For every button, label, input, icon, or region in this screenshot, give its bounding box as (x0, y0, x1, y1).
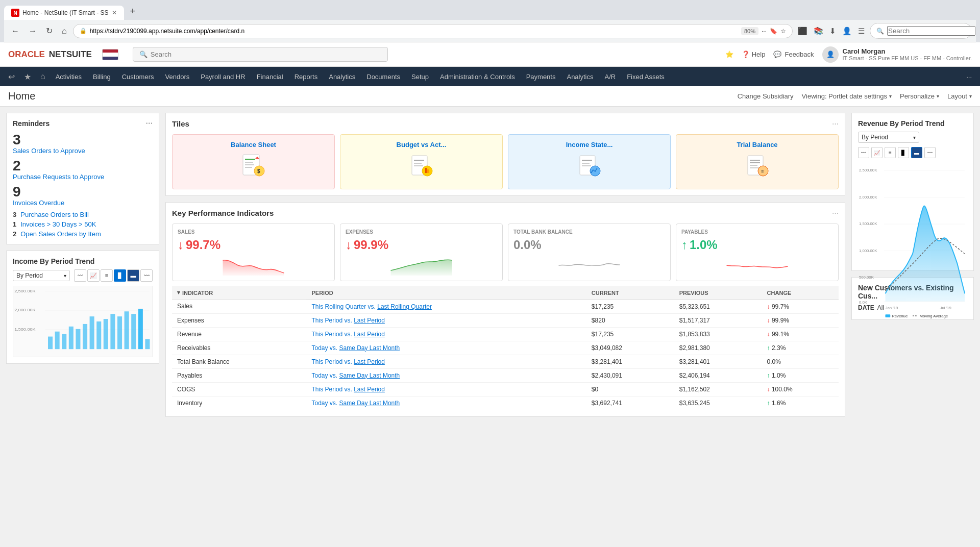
kpi-expenses-period-link[interactable]: This Period vs. Last Period (311, 317, 384, 324)
tiles-section-menu[interactable]: ⋯ (832, 120, 839, 128)
th-period[interactable]: PERIOD (306, 286, 586, 300)
reminder-link-purchase-requests[interactable]: Purchase Requests to Approve (13, 173, 104, 181)
nav-ar[interactable]: A/R (600, 70, 621, 84)
th-indicator[interactable]: ▾ INDICATOR (172, 286, 306, 300)
kpi-row-sales-change: ↓ 99.7% (762, 300, 839, 313)
address-input[interactable] (90, 28, 738, 35)
nav-admin[interactable]: Administration & Controls (435, 70, 520, 84)
tile-trial-balance[interactable]: Trial Balance ≡ (676, 134, 839, 189)
kpi-card-sales: SALES ↓ 99.7% (172, 223, 335, 281)
zoom-level[interactable]: 80% (741, 27, 758, 35)
reminder-link-invoices-overdue[interactable]: Invoices Overdue (13, 199, 64, 207)
nav-home-icon[interactable]: ⌂ (36, 69, 50, 84)
nav-customers[interactable]: Customers (117, 70, 159, 84)
reload-button[interactable]: ↻ (43, 24, 56, 38)
nav-documents[interactable]: Documents (361, 70, 405, 84)
more-button[interactable]: ··· (762, 28, 767, 35)
nav-fixed-assets[interactable]: Fixed Assets (622, 70, 670, 84)
chart-type-line2[interactable]: 📈 (87, 269, 100, 282)
reminder-link-open-sales[interactable]: Open Sales Orders by Item (20, 230, 101, 238)
tab-close-button[interactable]: ✕ (112, 9, 117, 16)
svg-rect-16 (117, 316, 122, 349)
help-link[interactable]: ❓ Help (742, 51, 766, 58)
income-trend-controls: By Period ▾ 〰 📈 ≡ ▊ ▬ 〰 (13, 269, 153, 282)
rev-chart-type-line2[interactable]: 📈 (871, 147, 883, 158)
rev-chart-type-line1[interactable]: 〰 (858, 147, 869, 158)
chart-type-bar[interactable]: ▊ (114, 269, 126, 282)
table-row: Expenses This Period vs. Last Period $82… (172, 313, 839, 327)
th-change[interactable]: CHANGE (762, 286, 839, 300)
star-icon[interactable]: ☆ (780, 28, 786, 35)
change-subsidiary-button[interactable]: Change Subsidiary (738, 92, 794, 100)
revenue-period-dropdown[interactable]: By Period ▾ (858, 132, 919, 143)
nav-reports[interactable]: Reports (289, 70, 323, 84)
nav-financial[interactable]: Financial (252, 70, 288, 84)
back-button[interactable]: ← (8, 24, 22, 38)
tile-balance-sheet[interactable]: Balance Sheet $ (172, 134, 335, 189)
rev-chart-type-area[interactable]: ▬ (911, 147, 922, 158)
user-name: Carol Morgan (843, 47, 972, 55)
revenue-trend-title: Revenue By Period Trend (858, 119, 967, 128)
reminder-link-sales-orders[interactable]: Sales Orders to Approve (13, 147, 85, 155)
nav-more[interactable]: ··· (962, 73, 976, 81)
reminder-link-invoices-30days[interactable]: Invoices > 30 Days > 50K (20, 220, 96, 228)
extensions-button[interactable]: ⬛ (796, 24, 810, 38)
ns-search-input[interactable] (151, 51, 381, 58)
svg-rect-43 (750, 165, 757, 166)
new-tab-button[interactable]: + (125, 3, 141, 20)
menu-button[interactable]: ☰ (856, 24, 867, 38)
nav-activities[interactable]: Activities (51, 70, 87, 84)
kpi-receivables-period-link[interactable]: Today vs. Same Day Last Month (311, 344, 400, 352)
reminder-link-po-bill[interactable]: Purchase Orders to Bill (20, 211, 89, 218)
nav-payments[interactable]: Payments (521, 70, 561, 84)
rev-chart-type-bar[interactable]: ▊ (898, 147, 909, 158)
th-previous[interactable]: PREVIOUS (674, 286, 762, 300)
kpi-row-cogs-previous: $1,162,502 (674, 382, 762, 396)
nav-vendors[interactable]: Vendors (160, 70, 195, 84)
kpi-cogs-period-link[interactable]: This Period vs. Last Period (311, 386, 384, 393)
income-period-dropdown[interactable]: By Period ▾ (13, 270, 70, 281)
kpi-row-revenue-change: ↓ 99.1% (762, 327, 839, 341)
kpi-bank-period-link[interactable]: This Period vs. Last Period (311, 358, 384, 365)
kpi-revenue-period-link[interactable]: This Period vs. Last Period (311, 331, 384, 338)
profile-button[interactable]: 👤 (840, 24, 854, 38)
kpi-sales-period-link[interactable]: This Rolling Quarter vs. Last Rolling Qu… (311, 303, 431, 310)
nav-analytics2[interactable]: Analytics (561, 70, 598, 84)
nav-analytics1[interactable]: Analytics (324, 70, 360, 84)
feedback-label: Feedback (785, 51, 814, 58)
portlet-date-button[interactable]: Viewing: Portlet date settings ▾ (802, 92, 892, 100)
nav-billing[interactable]: Billing (88, 70, 116, 84)
page-title: Home (8, 90, 35, 102)
nav-back-icon[interactable]: ↩ (4, 69, 19, 85)
tile-income-statement[interactable]: Income State... (508, 134, 671, 189)
rev-chart-type-line3[interactable]: 〰 (924, 147, 936, 158)
nav-star-icon[interactable]: ★ (20, 69, 35, 85)
browser-search-input[interactable] (887, 26, 975, 36)
layout-button[interactable]: Layout ▾ (947, 92, 972, 100)
downloads-button[interactable]: ⬇ (827, 24, 838, 38)
bookmark-icon[interactable]: 🔖 (770, 28, 777, 35)
kpi-sales-number: 99.7% (186, 238, 220, 252)
chart-type-area2[interactable]: 〰 (140, 269, 153, 282)
forward-button[interactable]: → (26, 24, 40, 38)
nav-payroll[interactable]: Payroll and HR (195, 70, 250, 84)
bookmarks-button[interactable]: 📚 (812, 24, 825, 38)
feedback-link[interactable]: 💬 Feedback (773, 51, 814, 58)
chart-type-line1[interactable]: 〰 (74, 269, 86, 282)
rev-chart-type-filter[interactable]: ≡ (885, 147, 896, 158)
chart-type-filter[interactable]: ≡ (101, 269, 113, 282)
chart-type-area1[interactable]: ▬ (127, 269, 139, 282)
kpi-section-menu[interactable]: ⋯ (832, 209, 839, 217)
user-menu[interactable]: 👤 Carol Morgan IT Smart - SS Pure FF MM … (822, 46, 972, 63)
kpi-payables-period-link[interactable]: Today vs. Same Day Last Month (311, 372, 400, 379)
th-current[interactable]: CURRENT (586, 286, 674, 300)
home-button[interactable]: ⌂ (59, 24, 70, 38)
personalize-button[interactable]: Personalize ▾ (900, 92, 939, 100)
kpi-inventory-period-link[interactable]: Today vs. Same Day Last Month (311, 400, 400, 407)
reminders-more-icon[interactable]: ⋯ (145, 119, 153, 128)
bookmark-shortcut[interactable]: ⭐ (725, 51, 733, 58)
nav-setup[interactable]: Setup (406, 70, 434, 84)
svg-rect-36 (582, 160, 592, 161)
active-tab[interactable]: N Home - NetSuite (IT Smart - SS ✕ (4, 6, 124, 20)
tile-budget-vs-actual[interactable]: Budget vs Act... (340, 134, 503, 189)
